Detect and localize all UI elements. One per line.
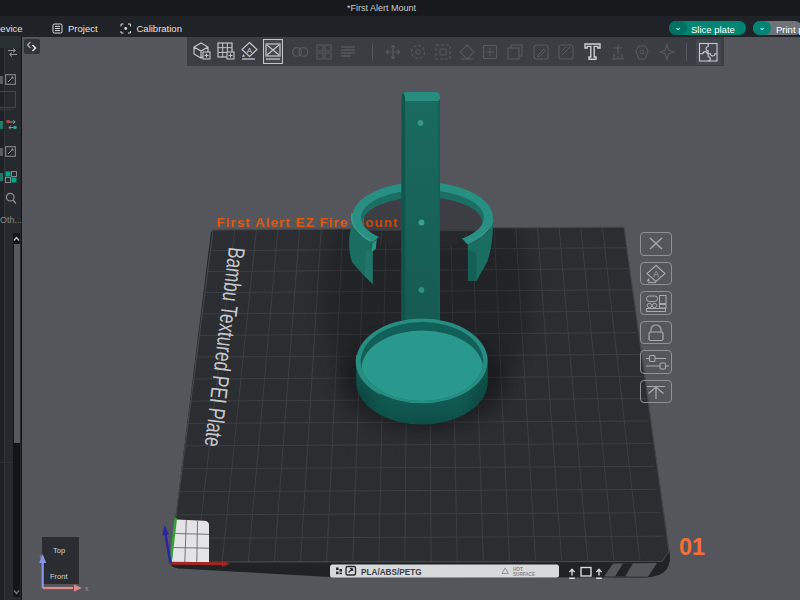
svg-text:Top: Top: [53, 546, 65, 555]
svg-text:01: 01: [679, 534, 705, 560]
svg-text:SURFACE: SURFACE: [513, 572, 535, 577]
svg-text:A: A: [247, 46, 253, 55]
svg-text:Front: Front: [50, 572, 68, 581]
svg-text:A: A: [653, 268, 659, 278]
svg-text:x: x: [85, 585, 89, 592]
svg-text:PLA/ABS/PETG: PLA/ABS/PETG: [361, 568, 422, 577]
